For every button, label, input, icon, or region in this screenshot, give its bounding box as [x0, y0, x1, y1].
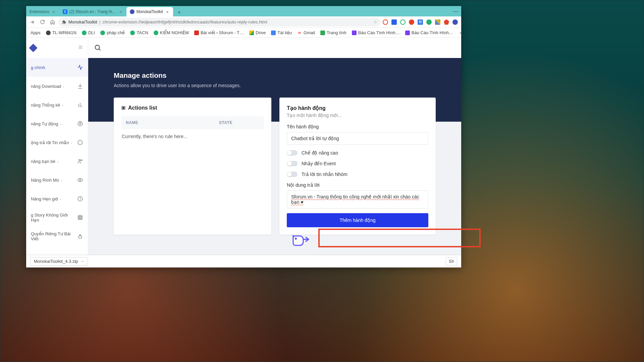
svg-rect-18 [123, 107, 124, 109]
new-tab-button[interactable]: + [175, 8, 183, 16]
bookmark-item[interactable]: Báo Cáo Tình Hình… [403, 29, 455, 36]
menu-toggle[interactable] [78, 45, 84, 51]
sidebar-item-7[interactable]: Năng Hẹn giờ⌄ [26, 189, 88, 208]
content-label: Nội dung trả lời [287, 182, 428, 188]
minimize-button[interactable]: — [450, 6, 461, 16]
svg-rect-9 [78, 216, 82, 220]
create-action-card: Tạo hành động Tạo một hành động mới... T… [279, 98, 436, 235]
content-textarea[interactable]: Sforum.vn - Trang thông tin công nghệ mớ… [287, 190, 428, 208]
lock-icon [77, 233, 83, 239]
ext-icon[interactable] [426, 19, 432, 25]
site-icon [100, 31, 105, 35]
tab-sforum[interactable]: f (2) Sforum.vn - Trang thông tin c × [59, 7, 126, 16]
ext-icon[interactable] [444, 19, 449, 25]
page-subtitle: Actions allow you to drive user into a s… [114, 83, 436, 88]
sheets-icon [320, 31, 325, 35]
svg-point-3 [78, 121, 83, 126]
download-item[interactable]: MonokaiToolkit_4.3.zip [30, 257, 88, 265]
bookmark-apps[interactable]: Apps [28, 29, 43, 36]
close-icon[interactable]: × [118, 9, 123, 14]
bookmarks-overflow[interactable]: » [456, 29, 461, 36]
close-icon[interactable]: × [51, 9, 56, 14]
browser-window: Extensions × f (2) Sforum.vn - Trang thô… [26, 6, 461, 267]
site-icon [130, 31, 135, 35]
ext-icon[interactable] [391, 19, 397, 25]
action-name-input[interactable] [287, 132, 428, 145]
sidebar-label: năng Thống kê [31, 103, 60, 108]
svg-point-5 [79, 160, 80, 161]
ext-icon[interactable] [452, 19, 458, 25]
bookmark-item[interactable]: Bài viết ‹ Sforum - T… [192, 29, 246, 36]
actions-list-card: Actions list NAME STATE Currently, there… [114, 98, 271, 235]
sidebar-item-0[interactable]: g chính [26, 58, 88, 77]
drive-icon [249, 31, 254, 35]
extension-icon [62, 20, 66, 24]
compass-icon [77, 121, 83, 127]
ext-icon[interactable] [383, 19, 388, 25]
chevron-down-icon: ⌄ [70, 141, 73, 144]
sidebar-item-1[interactable]: năng Download⌄ [26, 77, 88, 96]
column-name: NAME [126, 120, 219, 125]
sidebar-label: năng bạn bè [31, 159, 55, 164]
url-input[interactable]: MonokaiToolkit | chrome-extension://iedj… [58, 18, 381, 26]
eye-icon [77, 177, 83, 183]
app-sidebar: g chínhnăng Download⌄năng Thống kê⌄năng … [26, 38, 88, 267]
ext-icon[interactable]: H [418, 19, 423, 25]
bookmark-item[interactable]: KIỂM NGHIỆM [151, 29, 191, 36]
sidebar-item-6[interactable]: Năng Rình Mò⌄ [26, 171, 88, 189]
bookmark-item[interactable]: TACN [128, 29, 150, 36]
chevron-down-icon: ⌄ [60, 178, 63, 182]
name-label: Tên hành động [287, 124, 428, 129]
reload-button[interactable] [38, 18, 46, 26]
close-icon[interactable]: × [165, 9, 170, 14]
sidebar-item-8[interactable]: g Story Không Giới Hạn [26, 208, 88, 227]
bookmark-item[interactable]: MGmail [295, 29, 317, 36]
main-area: Manage actions Actions allow you to driv… [88, 38, 461, 267]
docs-icon [271, 31, 276, 35]
list-icon [121, 106, 126, 110]
forward-button[interactable] [28, 18, 36, 26]
users-icon [77, 158, 83, 164]
bookmark-item[interactable]: Tài liệu [269, 29, 294, 36]
chevron-down-icon: ⌄ [57, 160, 59, 163]
sidebar-item-3[interactable]: năng Tự động⌄ [26, 114, 88, 133]
sidebar-item-9[interactable]: Quyền Riêng Tư Bài Viết [26, 227, 88, 246]
bookmark-item[interactable]: Drive [247, 29, 268, 36]
sidebar-item-2[interactable]: năng Thống kê⌄ [26, 96, 88, 114]
tab-monokai[interactable]: MonokaiToolkit × [126, 7, 173, 16]
bookmark-item[interactable]: Trang tính [318, 29, 349, 36]
sidebar-label: năng Download [31, 84, 61, 89]
bookmark-item[interactable]: pháp chế [98, 29, 127, 36]
empty-state: Currently, there's no rule here... [121, 129, 264, 144]
home-button[interactable] [48, 18, 56, 26]
show-all-downloads[interactable]: Sh [446, 257, 457, 265]
ext-icon[interactable] [409, 19, 414, 25]
tab-extensions[interactable]: Extensions × [26, 7, 59, 16]
bookmark-item[interactable]: Báo Cáo Tình Hình… [350, 29, 402, 36]
toggle-switch[interactable] [287, 150, 298, 156]
star-icon[interactable]: ☆ [373, 19, 377, 24]
sidebar-label: năng Tự động [31, 121, 58, 126]
sidebar-item-4[interactable]: ộng trả lời Tin nhắn⌄ [26, 133, 88, 152]
ext-icon[interactable] [435, 19, 440, 25]
toggle-switch[interactable] [287, 172, 298, 177]
browser-titlebar: Extensions × f (2) Sforum.vn - Trang thô… [26, 6, 461, 16]
cards-row: Actions list NAME STATE Currently, there… [88, 98, 461, 235]
bookmark-item[interactable]: TL-WR841N [44, 29, 79, 36]
gmail-icon: M [297, 31, 302, 35]
bookmarks-bar: Apps TL-WR841N DLI pháp chế TACN KIỂM NG… [26, 28, 461, 38]
toggle-row-1: Nhảy đến Event [287, 161, 428, 166]
add-action-button[interactable]: Thêm hành động [287, 213, 428, 227]
sidebar-label: Năng Hẹn giờ [31, 196, 58, 201]
toggle-label: Chế độ nâng cao [302, 150, 338, 156]
toggle-switch[interactable] [287, 161, 298, 166]
toggle-row-0: Chế độ nâng cao [287, 150, 428, 156]
card-subtitle: Tạo một hành động mới... [287, 113, 428, 118]
sidebar-item-5[interactable]: năng bạn bè⌄ [26, 152, 88, 171]
svg-point-15 [95, 45, 100, 50]
chevron-down-icon: ⌄ [62, 84, 65, 88]
bookmark-item[interactable]: DLI [79, 29, 97, 36]
card-title: Actions list [121, 105, 264, 111]
search-icon[interactable] [94, 44, 102, 52]
ext-icon[interactable] [400, 19, 406, 25]
